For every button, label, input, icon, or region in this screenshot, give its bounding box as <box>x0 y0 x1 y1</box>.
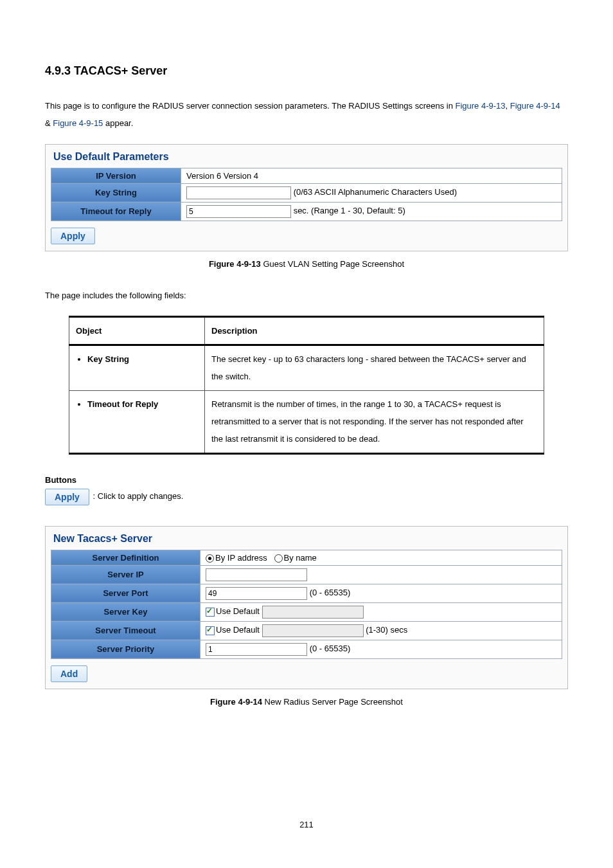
radio-by-name-label: By name <box>284 553 317 563</box>
server-timeout-use-default-checkbox[interactable] <box>206 626 215 635</box>
use-default-parameters-table: IP Version Version 6 Version 4 Key Strin… <box>51 168 562 221</box>
table-row: Timeout for Reply Retransmit is the numb… <box>69 390 544 453</box>
new-tacacs-server-table: Server Definition By IP address By name … <box>51 550 562 659</box>
timeout-input[interactable] <box>186 205 291 218</box>
fields-description-table: Object Description Key String The secret… <box>69 316 544 455</box>
row-server-priority-label: Server Priority <box>51 640 200 658</box>
intro-sep2: & <box>45 118 53 128</box>
desc-timeout: Retransmit is the number of times, in th… <box>205 390 544 453</box>
obj-key-string: Key String <box>87 354 129 364</box>
server-key-use-default-checkbox[interactable] <box>206 608 215 617</box>
fig1-bold: Figure 4-9-13 <box>209 259 261 269</box>
new-tacacs-server-panel: New Tacacs+ Server Server Definition By … <box>45 526 568 689</box>
table-row: Key String The secret key - up to 63 cha… <box>69 345 544 391</box>
link-figure-4-9-15[interactable]: Figure 4-9-15 <box>53 118 103 128</box>
col-description-header: Description <box>205 316 544 345</box>
key-string-input[interactable] <box>186 186 291 199</box>
row-key-string-label: Key String <box>51 183 181 202</box>
server-port-input[interactable] <box>206 587 307 600</box>
panel1-title: Use Default Parameters <box>51 150 562 168</box>
server-timeout-use-default-label: Use Default <box>216 625 260 635</box>
link-figure-4-9-13[interactable]: Figure 4-9-13 <box>456 101 506 111</box>
intro-paragraph: This page is to configure the RADIUS ser… <box>45 97 568 132</box>
apply-button-inline[interactable]: Apply <box>45 489 89 505</box>
use-default-parameters-panel: Use Default Parameters IP Version Versio… <box>45 144 568 251</box>
radio-by-ip-label: By IP address <box>215 553 267 563</box>
server-priority-hint: (0 - 65535) <box>310 644 351 653</box>
server-ip-input[interactable] <box>206 568 307 581</box>
radio-by-ip-address[interactable] <box>206 554 214 563</box>
intro-tail: appear. <box>105 118 133 128</box>
row-ip-version-value: Version 6 Version 4 <box>181 168 562 183</box>
row-timeout-label: Timeout for Reply <box>51 202 181 221</box>
server-timeout-input <box>262 624 364 637</box>
intro-text: This page is to configure the RADIUS ser… <box>45 101 456 111</box>
figure-4-9-14-caption: Figure 4-9-14 New Radius Server Page Scr… <box>45 697 568 707</box>
col-object-header: Object <box>69 316 205 345</box>
apply-desc: : Click to apply changes. <box>93 491 184 501</box>
row-server-key-label: Server Key <box>51 602 200 621</box>
row-ip-version-label: IP Version <box>51 168 181 183</box>
timeout-hint: sec. (Range 1 - 30, Default: 5) <box>294 206 405 215</box>
row-server-timeout-label: Server Timeout <box>51 621 200 640</box>
obj-timeout: Timeout for Reply <box>87 399 158 409</box>
server-key-input <box>262 606 364 619</box>
server-priority-input[interactable] <box>206 643 307 656</box>
figure-4-9-13-caption: Figure 4-9-13 Guest VLAN Setting Page Sc… <box>45 259 568 269</box>
add-button[interactable]: Add <box>51 665 87 682</box>
server-key-use-default-label: Use Default <box>216 606 260 616</box>
buttons-heading: Buttons <box>45 475 568 485</box>
apply-button[interactable]: Apply <box>51 228 95 244</box>
radio-by-name[interactable] <box>274 554 283 563</box>
row-server-definition-label: Server Definition <box>51 550 200 565</box>
intro-sep1: , <box>506 101 510 111</box>
link-figure-4-9-14[interactable]: Figure 4-9-14 <box>510 101 560 111</box>
page-number: 211 <box>0 820 613 829</box>
buttons-row: Apply : Click to apply changes. <box>45 489 568 505</box>
key-string-hint: (0/63 ASCII Alphanumeric Characters Used… <box>294 187 457 197</box>
server-timeout-hint: (1-30) secs <box>366 625 407 635</box>
server-port-hint: (0 - 65535) <box>310 588 351 597</box>
section-title: 4.9.3 TACACS+ Server <box>45 64 568 78</box>
panel2-title: New Tacacs+ Server <box>51 532 562 550</box>
fig2-bold: Figure 4-9-14 <box>210 697 262 707</box>
desc-key-string: The secret key - up to 63 characters lon… <box>205 345 544 391</box>
fig1-rest: Guest VLAN Setting Page Screenshot <box>261 259 404 269</box>
row-server-port-label: Server Port <box>51 584 200 602</box>
fig2-rest: New Radius Server Page Screenshot <box>262 697 403 707</box>
fields-intro: The page includes the following fields: <box>45 287 568 304</box>
row-server-ip-label: Server IP <box>51 565 200 584</box>
